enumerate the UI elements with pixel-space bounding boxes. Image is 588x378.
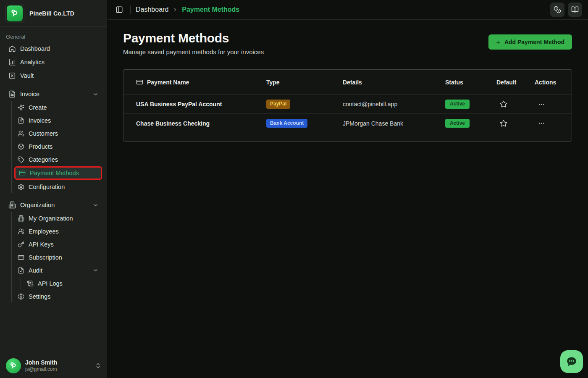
sidebar-item-label: Dashboard — [20, 45, 50, 52]
chevron-down-icon — [92, 202, 99, 208]
brand-logo-tile — [7, 5, 23, 21]
brand-name: PineBill Co.LTD — [29, 10, 74, 17]
topbar-actions — [550, 3, 582, 17]
column-status: Status — [445, 79, 496, 86]
column-payment-name: Payment Name — [136, 79, 266, 86]
breadcrumb-current: Payment Methods — [182, 6, 239, 13]
user-menu[interactable]: John Smith js@gmail.com — [0, 353, 107, 378]
sidebar-item-employees[interactable]: Employees — [14, 225, 102, 237]
sidebar-item-api-logs[interactable]: API Logs — [24, 277, 102, 289]
details-cell: JPMorgan Chase Bank — [343, 120, 445, 127]
row-actions-button[interactable] — [535, 120, 545, 127]
vault-icon — [8, 72, 16, 79]
user-name: John Smith — [25, 359, 57, 366]
table-row: Chase Business Checking Bank Account JPM… — [123, 114, 572, 133]
organization-subtree: My Organization Employees API Keys Subsc… — [11, 212, 102, 302]
add-payment-method-button[interactable]: + Add Payment Method — [488, 34, 572, 50]
sidebar-item-invoices[interactable]: Invoices — [14, 114, 102, 126]
sidebar-item-vault[interactable]: Vault — [5, 69, 102, 82]
sidebar-item-invoice[interactable]: Invoice — [5, 88, 102, 100]
sidebar-item-audit[interactable]: Audit — [14, 264, 102, 276]
sidebar-item-my-organization[interactable]: My Organization — [14, 212, 102, 224]
type-badge: Bank Account — [266, 119, 307, 128]
sidebar-item-products[interactable]: Products — [14, 140, 102, 152]
sidebar-item-label: Customers — [29, 130, 58, 137]
sidebar: PineBill Co.LTD General Dashboard Analyt… — [0, 0, 108, 378]
pinebill-logo-icon — [8, 361, 18, 371]
actions-cell — [535, 101, 559, 108]
sidebar-item-label: Employees — [29, 228, 59, 235]
sidebar-item-analytics[interactable]: Analytics — [5, 56, 102, 68]
sidebar-item-settings[interactable]: Settings — [14, 290, 102, 302]
sidebar-item-label: Categories — [29, 156, 58, 163]
default-cell — [496, 120, 535, 127]
actions-cell — [535, 120, 559, 127]
status-badge: Active — [445, 100, 470, 109]
default-star-button[interactable] — [496, 100, 507, 108]
plus-icon: + — [496, 39, 500, 46]
default-star-button[interactable] — [496, 120, 507, 127]
credit-card-icon — [18, 254, 24, 261]
type-cell: PayPal — [266, 100, 343, 109]
type-badge: PayPal — [266, 100, 290, 109]
gear-icon — [18, 184, 24, 190]
add-payment-method-label: Add Payment Method — [504, 39, 564, 45]
building-icon — [8, 201, 16, 209]
sidebar-item-organization[interactable]: Organization — [5, 199, 102, 211]
sidebar-item-label: Analytics — [20, 59, 45, 66]
users-icon — [18, 130, 24, 137]
pinebill-logo-icon — [9, 8, 20, 19]
credit-card-icon — [136, 79, 143, 86]
user-email: js@gmail.com — [25, 366, 57, 372]
page-header-text: Payment Methods Manage saved payment met… — [123, 31, 264, 55]
sidebar-item-categories[interactable]: Categories — [14, 153, 102, 165]
chat-fab-button[interactable] — [560, 350, 583, 373]
sidebar-nav: General Dashboard Analytics Vault Invoic… — [0, 27, 107, 353]
page-header: Payment Methods Manage saved payment met… — [108, 20, 588, 55]
sidebar-item-payment-methods[interactable]: Payment Methods — [14, 166, 102, 180]
chevron-down-icon — [92, 91, 99, 97]
breadcrumb-dashboard[interactable]: Dashboard — [136, 6, 168, 13]
row-actions-button[interactable] — [535, 101, 545, 108]
payment-methods-table: Payment Name Type Details Status Default… — [123, 69, 572, 142]
sidebar-item-label: Configuration — [29, 184, 65, 190]
house-icon — [8, 45, 16, 52]
sidebar-item-label: API Keys — [29, 241, 54, 248]
table-header-row: Payment Name Type Details Status Default… — [123, 70, 572, 95]
sidebar-item-subscription[interactable]: Subscription — [14, 251, 102, 263]
page-title: Payment Methods — [123, 31, 264, 45]
sidebar-item-label: Create — [29, 104, 47, 111]
panel-left-icon — [116, 6, 123, 13]
sidebar-toggle-button[interactable] — [113, 4, 125, 16]
brand: PineBill Co.LTD — [0, 0, 107, 27]
section-label-general: General — [6, 34, 101, 40]
main-content: Payment Methods Manage saved payment met… — [108, 20, 588, 378]
sidebar-item-label: Vault — [20, 72, 34, 79]
status-cell: Active — [445, 119, 496, 128]
sidebar-item-label: My Organization — [29, 215, 73, 222]
table-row: USA Business PayPal Account PayPal conta… — [123, 95, 572, 114]
sidebar-item-customers[interactable]: Customers — [14, 127, 102, 139]
column-actions: Actions — [535, 79, 559, 86]
sidebar-item-configuration[interactable]: Configuration — [14, 181, 102, 193]
chevron-right-icon — [172, 7, 178, 13]
file-text-icon — [18, 117, 24, 124]
star-icon — [500, 100, 507, 108]
sidebar-item-label: Invoices — [29, 117, 51, 124]
chart-column-icon — [8, 58, 16, 66]
status-badge: Active — [445, 119, 470, 128]
package-icon — [18, 143, 24, 150]
avatar — [6, 358, 21, 373]
star-icon — [500, 120, 507, 127]
sidebar-item-label: Subscription — [29, 254, 62, 261]
users-round-icon — [18, 228, 24, 235]
sidebar-item-dashboard[interactable]: Dashboard — [5, 42, 102, 55]
key-icon — [18, 241, 24, 248]
docs-button[interactable] — [568, 3, 582, 17]
column-default: Default — [496, 79, 535, 86]
audit-subtree: API Logs — [21, 277, 102, 289]
sidebar-item-create[interactable]: Create — [14, 101, 102, 113]
currency-button[interactable] — [550, 3, 564, 17]
sidebar-item-api-keys[interactable]: API Keys — [14, 238, 102, 250]
gear-icon — [18, 293, 24, 300]
